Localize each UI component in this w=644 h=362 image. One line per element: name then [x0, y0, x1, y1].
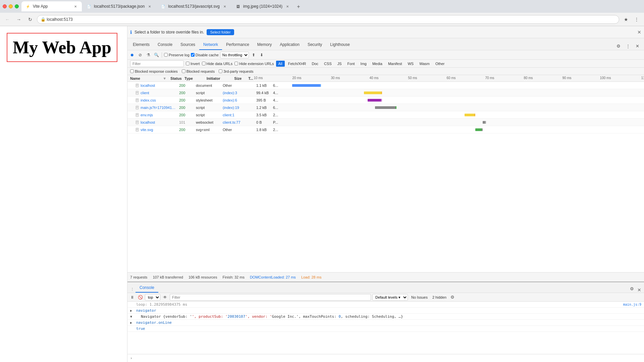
cell-initiator-5[interactable]: client.ts:77	[221, 120, 255, 124]
devtools-tab-sources[interactable]: Sources	[176, 40, 199, 50]
preserve-log-checkbox[interactable]	[164, 53, 168, 57]
devtools-tab-lighthouse[interactable]: Lighthouse	[326, 40, 354, 50]
tab-close-tab3[interactable]: ✕	[222, 4, 227, 9]
filter-chip-wasm[interactable]: Wasm	[417, 61, 432, 67]
cell-initiator-4[interactable]: client:1	[221, 113, 255, 117]
blocked-cookies-checkbox[interactable]	[130, 69, 134, 73]
invert-filter-label[interactable]: Invert	[186, 62, 200, 66]
devtools-tab-performance[interactable]: Performance	[222, 40, 253, 50]
console-close-button[interactable]: ✕	[637, 287, 641, 293]
filter-chip-all[interactable]: All	[276, 61, 285, 67]
devtools-tab-memory[interactable]: Memory	[253, 40, 276, 50]
console-settings-button[interactable]: ⚙	[449, 294, 456, 301]
console-filter-input[interactable]	[170, 294, 371, 301]
cell-initiator-0[interactable]: Other	[221, 83, 255, 87]
col-header-initiator[interactable]: Initiator	[205, 76, 233, 80]
filter-button[interactable]: ⚗	[145, 52, 152, 58]
clear-button[interactable]: ⊘	[137, 52, 144, 58]
forward-button[interactable]: →	[14, 15, 23, 24]
devtools-close-button[interactable]: ✕	[633, 42, 641, 50]
console-tab[interactable]: Console	[136, 283, 158, 293]
console-line-3[interactable]: ▶navigator.onLine	[127, 320, 644, 326]
bookmark-button[interactable]: ★	[621, 15, 631, 24]
hidden-count-badge[interactable]: 2 hidden	[431, 295, 448, 299]
devtools-tab-network[interactable]: Network	[199, 40, 222, 50]
table-row[interactable]: client 200 script (index):3 99.4 kB 4...	[127, 89, 644, 97]
browser-tab-tab3[interactable]: 📄 localhost:5173/javascript.svg ✕	[157, 1, 231, 11]
table-row[interactable]: localhost 200 document Other 1.1 kB 6...	[127, 82, 644, 89]
blocked-requests-label[interactable]: Blocked requests	[182, 69, 215, 73]
browser-tab-tab4[interactable]: 🖼 img.jpeg (1024×1024) ✕	[232, 1, 294, 11]
filter-chip-manifest[interactable]: Manifest	[386, 61, 405, 67]
col-header-name[interactable]: Name ▼	[127, 76, 169, 80]
col-header-status[interactable]: Status	[169, 76, 183, 80]
cell-initiator-1[interactable]: (index):3	[221, 91, 255, 95]
third-party-label[interactable]: 3rd-party requests	[219, 69, 253, 73]
throttle-select[interactable]: No throttling	[220, 52, 249, 58]
table-row[interactable]: vite.svg 200 svg+xml Other 1.8 kB 2...	[127, 126, 644, 133]
devtools-tab-security[interactable]: Security	[304, 40, 326, 50]
network-filter-input[interactable]	[130, 60, 184, 67]
console-eye-button[interactable]: 👁	[162, 294, 168, 301]
filter-chip-img[interactable]: Img	[358, 61, 369, 67]
hide-data-urls-label[interactable]: Hide data URLs	[202, 62, 233, 66]
table-row[interactable]: main.js?t=1710941828.... 200 script (ind…	[127, 104, 644, 111]
cell-initiator-2[interactable]: (index):6	[221, 98, 255, 102]
console-line-1[interactable]: ▶navigator	[127, 308, 644, 314]
console-clear-button[interactable]: 🚫	[137, 294, 144, 301]
maximize-window-button[interactable]	[15, 4, 19, 8]
filter-chip-js[interactable]: JS	[335, 61, 344, 67]
filter-chip-font[interactable]: Font	[345, 61, 357, 67]
browser-settings-button[interactable]: ⋮	[632, 15, 641, 24]
tab-close-tab1[interactable]: ✕	[73, 4, 78, 9]
browser-tab-tab2[interactable]: 📄 localhost:5173/package.json ✕	[83, 1, 156, 11]
filter-chip-doc[interactable]: Doc	[310, 61, 321, 67]
table-row[interactable]: index.css 200 stylesheet (index):6 395 B…	[127, 97, 644, 104]
select-folder-button[interactable]: Select folder	[207, 29, 234, 35]
preserve-log-label[interactable]: Preserve log	[164, 53, 190, 57]
disable-cache-checkbox[interactable]	[191, 53, 195, 57]
search-button[interactable]: 🔍	[153, 52, 160, 58]
filter-chip-ws[interactable]: WS	[405, 61, 416, 67]
tab-close-tab2[interactable]: ✕	[147, 4, 152, 9]
back-button[interactable]: ←	[3, 15, 12, 24]
third-party-checkbox[interactable]	[219, 69, 222, 73]
refresh-button[interactable]: ↻	[25, 15, 35, 24]
console-line-2[interactable]: ▼Navigator {vendorSub: '', productSub: '…	[127, 314, 644, 320]
devtools-tab-elements[interactable]: Elements	[129, 40, 154, 50]
devtools-tab-console[interactable]: Console	[154, 40, 176, 50]
devtools-tab-application[interactable]: Application	[276, 40, 304, 50]
col-header-type[interactable]: Type	[183, 76, 205, 80]
filter-chip-other[interactable]: Other	[433, 61, 447, 67]
cell-initiator-6[interactable]: Other	[221, 128, 255, 132]
console-settings-icon[interactable]: ⚙	[628, 285, 636, 293]
import-button[interactable]: ⬆	[250, 52, 257, 58]
disable-cache-label[interactable]: Disable cache	[191, 53, 219, 57]
banner-close-button[interactable]: ✕	[637, 29, 641, 35]
table-row[interactable]: localhost 101 websocket client.ts:77 0 B…	[127, 119, 644, 126]
cell-initiator-3[interactable]: (index):19	[221, 106, 255, 110]
minimize-window-button[interactable]	[9, 4, 13, 8]
filter-chip-css[interactable]: CSS	[322, 61, 334, 67]
browser-tab-tab1[interactable]: ⚡ Vite App ✕	[21, 1, 82, 11]
col-header-size[interactable]: Size	[233, 76, 247, 80]
expand-icon-1[interactable]: ▶	[130, 309, 135, 312]
hide-extension-urls-label[interactable]: Hide extension URLs	[234, 62, 274, 66]
export-button[interactable]: ⬇	[258, 52, 265, 58]
console-source-0[interactable]: main.js:9	[623, 303, 641, 306]
console-levels-select[interactable]: Default levels ▾	[372, 294, 408, 301]
record-button[interactable]: ⏺	[129, 52, 136, 58]
console-more-button[interactable]: ⋮	[129, 286, 136, 293]
expand-icon-3[interactable]: ▶	[130, 321, 135, 324]
devtools-settings-button[interactable]: ⚙	[614, 42, 623, 50]
blocked-cookies-label[interactable]: Blocked response cookies	[130, 69, 178, 73]
tab-close-tab4[interactable]: ✕	[285, 4, 290, 9]
blocked-requests-checkbox[interactable]	[182, 69, 185, 73]
console-prompt[interactable]: ›	[127, 354, 644, 362]
address-bar[interactable]: 🔒 localhost:5173	[37, 15, 619, 24]
filter-chip-media[interactable]: Media	[370, 61, 385, 67]
filter-chip-fetch-xhr[interactable]: Fetch/XHR	[286, 61, 309, 67]
invert-filter-checkbox[interactable]	[186, 62, 190, 65]
new-tab-button[interactable]: +	[294, 2, 303, 11]
hide-data-urls-checkbox[interactable]	[202, 62, 206, 65]
